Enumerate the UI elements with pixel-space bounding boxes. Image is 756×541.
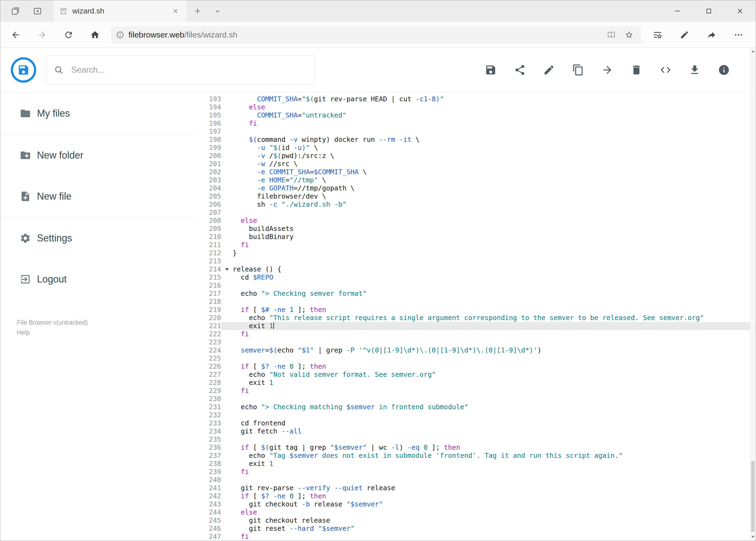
code-line[interactable]: 240 <box>193 476 756 484</box>
code-text[interactable]: } <box>233 249 756 257</box>
code-line[interactable]: 237 echo "Tag $semver does not exist in … <box>193 452 756 460</box>
code-text[interactable]: else <box>233 103 756 111</box>
reading-view-icon[interactable] <box>607 31 616 39</box>
move-button[interactable] <box>601 64 613 76</box>
code-line[interactable]: 228 exit 1 <box>193 379 756 387</box>
code-line[interactable]: 247 fi <box>193 533 756 541</box>
vertical-scrollbar[interactable] <box>750 48 755 540</box>
code-text[interactable]: git rev-parse --verify --quiet release <box>233 484 756 492</box>
code-text[interactable] <box>233 354 756 362</box>
code-text[interactable] <box>233 435 756 443</box>
sidebar-item-settings[interactable]: Settings <box>0 218 193 259</box>
code-text[interactable]: if [ $? -ne 0 ]; then <box>233 362 756 370</box>
code-text[interactable]: exit 1 <box>233 322 756 330</box>
site-info-icon[interactable] <box>116 31 124 39</box>
code-text[interactable] <box>233 209 756 217</box>
code-line[interactable]: 199 -u "$(id -u)" \ <box>193 144 756 152</box>
share-button[interactable] <box>514 64 526 76</box>
search-input[interactable] <box>71 65 307 75</box>
code-line[interactable]: 245 git checkout release <box>193 516 756 525</box>
code-line[interactable]: 198 $(command -v winpty) docker run --rm… <box>193 136 756 144</box>
code-text[interactable]: fi <box>233 468 756 476</box>
code-line[interactable]: 205 filebrowser/dev \ <box>193 192 756 201</box>
code-line[interactable]: 232 <box>193 411 756 419</box>
code-line[interactable]: 229 fi <box>193 387 756 395</box>
close-button[interactable] <box>724 0 756 22</box>
code-line[interactable]: 218 <box>193 297 756 306</box>
code-line[interactable]: 239 fi <box>193 468 756 476</box>
save-button[interactable] <box>485 64 497 76</box>
code-line[interactable]: 200 -v /$(pwd):/src:z \ <box>193 152 756 160</box>
code-text[interactable]: fi <box>233 387 756 395</box>
scroll-up-arrow-icon[interactable] <box>750 48 756 54</box>
code-text[interactable]: fi <box>233 330 756 338</box>
code-line[interactable]: 243 git checkout -b release "$semver" <box>193 500 756 508</box>
code-text[interactable] <box>233 297 756 306</box>
code-line[interactable]: 196 fi <box>193 119 756 128</box>
copy-button[interactable] <box>572 64 584 76</box>
favorite-star-icon[interactable] <box>625 31 633 39</box>
code-text[interactable]: echo "Not valid semver format. See semve… <box>233 370 756 379</box>
code-text[interactable]: cd frontend <box>233 419 756 427</box>
code-text[interactable]: else <box>233 508 756 516</box>
code-line[interactable]: 225 <box>193 354 756 362</box>
code-editor[interactable]: 193 COMMIT_SHA="$(git rev-parse HEAD | c… <box>193 92 756 541</box>
set-tabs-aside-icon[interactable] <box>31 4 45 18</box>
code-text[interactable]: semver=$(echo "$1" | grep -P '^v(0|[1-9]… <box>233 346 756 354</box>
code-line[interactable]: 214release () { <box>193 265 756 273</box>
sidebar-item-my-files[interactable]: My files <box>0 93 193 134</box>
code-line[interactable]: 226 if [ $? -ne 0 ]; then <box>193 362 756 370</box>
code-text[interactable]: fi <box>233 533 756 541</box>
code-line[interactable]: 235 <box>193 435 756 443</box>
forward-button[interactable] <box>29 22 55 48</box>
tabs-set-aside-list-icon[interactable] <box>8 4 22 18</box>
code-line[interactable]: 246 git reset --hard "$semver" <box>193 525 756 533</box>
code-line[interactable]: 203 -e HOME="//tmp" \ <box>193 176 756 184</box>
code-line[interactable]: 217 echo "> Checking semver format" <box>193 289 756 297</box>
code-line[interactable]: 242 if [ $? -ne 0 ]; then <box>193 492 756 500</box>
code-text[interactable]: $(command -v winpty) docker run --rm -it… <box>233 136 756 144</box>
info-button[interactable] <box>718 64 730 76</box>
code-text[interactable]: git checkout release <box>233 516 756 525</box>
code-text[interactable]: git fetch --all <box>233 427 756 435</box>
code-text[interactable]: filebrowser/dev \ <box>233 192 756 201</box>
code-line[interactable]: 227 echo "Not valid semver format. See s… <box>193 370 756 379</box>
minimize-button[interactable] <box>662 0 693 22</box>
code-line[interactable]: 222 fi <box>193 330 756 338</box>
code-text[interactable]: cd $REPO <box>233 273 756 281</box>
refresh-button[interactable] <box>55 22 82 48</box>
code-text[interactable] <box>233 395 756 403</box>
code-text[interactable]: fi <box>233 119 756 128</box>
back-button[interactable] <box>2 22 29 48</box>
rename-pencil-button[interactable] <box>543 64 555 76</box>
code-line[interactable]: 202 -e COMMIT_SHA=$COMMIT_SHA \ <box>193 168 756 176</box>
code-text[interactable]: -e GOPATH=//tmp/gopath \ <box>233 184 756 192</box>
code-text[interactable]: COMMIT_SHA="untracked" <box>233 111 756 119</box>
code-text[interactable]: -w //src \ <box>233 160 756 168</box>
code-line[interactable]: 209 buildAssets <box>193 225 756 233</box>
code-text[interactable]: sh -c "./wizard.sh -b" <box>233 201 756 209</box>
code-line[interactable]: 216 <box>193 281 756 289</box>
code-line[interactable]: 201 -w //src \ <box>193 160 756 168</box>
address-bar[interactable]: filebrowser.web/files/wizard.sh <box>112 26 641 43</box>
code-text[interactable] <box>233 128 756 136</box>
sidebar-item-logout[interactable]: Logout <box>0 259 193 300</box>
sidebar-item-new-file[interactable]: New file <box>0 176 193 217</box>
code-text[interactable]: -u "$(id -u)" \ <box>233 144 756 152</box>
browser-tab[interactable]: wizard.sh <box>53 0 187 22</box>
code-text[interactable]: if [ $? -ne 0 ]; then <box>233 492 756 500</box>
code-line[interactable]: 234 git fetch --all <box>193 427 756 435</box>
code-line[interactable]: 212} <box>193 249 756 257</box>
code-line[interactable]: 224 semver=$(echo "$1" | grep -P '^v(0|[… <box>193 346 756 354</box>
web-notes-pen-icon[interactable] <box>671 22 698 48</box>
delete-button[interactable] <box>630 64 642 76</box>
code-line[interactable]: 236 if [ $(git tag | grep "$semver" | wc… <box>193 443 756 452</box>
code-text[interactable]: if [ $(git tag | grep "$semver" | wc -l)… <box>233 443 756 452</box>
code-text[interactable]: release () { <box>233 265 756 273</box>
code-text[interactable]: exit 1 <box>233 460 756 468</box>
code-text[interactable] <box>233 281 756 289</box>
sidebar-item-new-folder[interactable]: New folder <box>0 135 193 176</box>
url-text[interactable]: filebrowser.web/files/wizard.sh <box>128 30 607 39</box>
code-text[interactable]: buildAssets <box>233 225 756 233</box>
tab-close-icon[interactable] <box>170 6 181 16</box>
